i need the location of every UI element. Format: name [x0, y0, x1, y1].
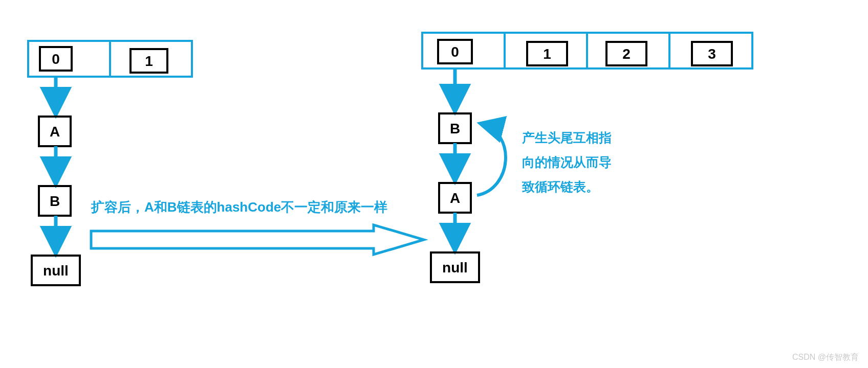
- left-bucket-1-label: 1: [145, 53, 153, 69]
- right-bucket-1-label: 1: [543, 46, 551, 62]
- hashmap-resize-diagram: 0 1 A B null 0 1 2: [0, 0, 868, 368]
- middle-caption: 扩容后，A和B链表的hashCode不一定和原来一样: [91, 199, 387, 215]
- resize-block-arrow-icon: [91, 225, 424, 255]
- left-node-A-label: A: [50, 124, 60, 140]
- right-node-A-label: A: [450, 190, 460, 206]
- right-caption-line-1: 产生头尾互相指: [522, 130, 612, 145]
- left-node-null-label: null: [43, 263, 69, 279]
- watermark: CSDN @传智教育: [792, 352, 859, 363]
- left-array: 0 1: [28, 41, 192, 77]
- right-caption-line-3: 致循环链表。: [522, 179, 599, 194]
- right-bucket-0-label: 0: [451, 44, 459, 60]
- right-caption-line-2: 向的情况从而导: [522, 155, 612, 169]
- loop-arrow-icon: [477, 124, 506, 195]
- left-chain: A B null: [32, 77, 80, 285]
- right-node-B-label: B: [450, 121, 460, 136]
- right-bucket-3-label: 3: [708, 46, 716, 62]
- right-chain: B A null: [431, 68, 479, 282]
- right-caption: 产生头尾互相指 向的情况从而导 致循环链表。: [522, 130, 612, 194]
- right-array: 0 1 2 3: [422, 33, 752, 68]
- left-bucket-0-label: 0: [52, 51, 60, 67]
- left-node-B-label: B: [50, 193, 60, 209]
- right-node-null-label: null: [442, 260, 468, 275]
- right-bucket-2-label: 2: [622, 46, 631, 62]
